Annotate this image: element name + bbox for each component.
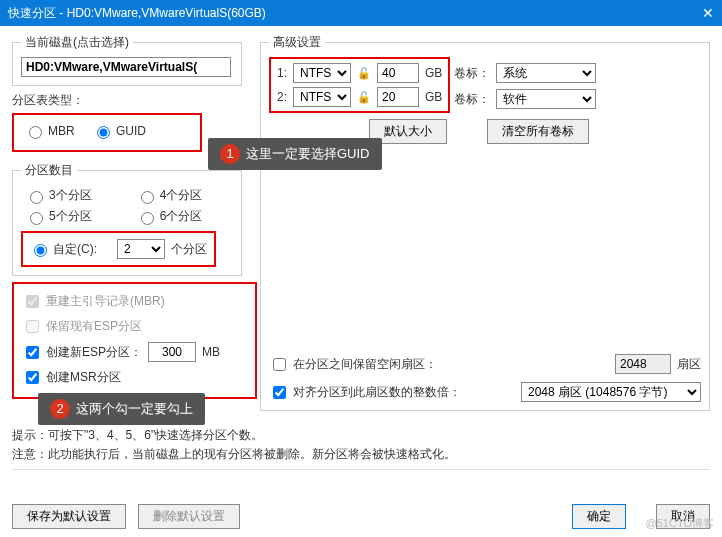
titlebar: 快速分区 - HD0:VMware,VMwareVirtualS(60GB) ✕ (0, 0, 722, 26)
bottom-buttons: 保存为默认设置 删除默认设置 确定 取消 (0, 504, 722, 529)
custom-count-select[interactable]: 2 (117, 239, 165, 259)
row1-vlabel: 卷标： (454, 65, 490, 82)
partition-count-group: 分区数目 3个分区 4个分区 5个分区 6个分区 自定(C): 2 个分区 (12, 162, 242, 276)
row1-vol[interactable]: 系统 (496, 63, 596, 83)
save-default-button[interactable]: 保存为默认设置 (12, 504, 126, 529)
window-title: 快速分区 - HD0:VMware,VMwareVirtualS(60GB) (8, 0, 266, 26)
row2-vlabel: 卷标： (454, 91, 490, 108)
current-disk-group: 当前磁盘(点击选择) (12, 34, 242, 86)
lock-icon[interactable]: 🔓 (357, 91, 371, 104)
tip-line-2: 注意：此功能执行后，当前磁盘上的现有分区将被删除。新分区将会被快速格式化。 (12, 446, 710, 463)
callout-num-2: 2 (50, 399, 70, 419)
advanced-group: 高级设置 1: NTFS 🔓 GB 2: NTFS � (260, 34, 710, 411)
row1-fs[interactable]: NTFS (293, 63, 351, 83)
chk-msr[interactable]: 创建MSR分区 (22, 368, 121, 387)
reserve-unit: 扇区 (677, 356, 701, 373)
radio-3p[interactable]: 3个分区 (25, 187, 92, 204)
row2-idx: 2: (277, 90, 287, 104)
esp-size-input[interactable] (148, 342, 196, 362)
row1-idx: 1: (277, 66, 287, 80)
current-disk-legend: 当前磁盘(点击选择) (21, 34, 133, 51)
callout-num-1: 1 (220, 144, 240, 164)
row1-size[interactable] (377, 63, 419, 83)
lock-icon[interactable]: 🔓 (357, 67, 371, 80)
row1-unit: GB (425, 66, 442, 80)
advanced-legend: 高级设置 (269, 34, 325, 51)
count-legend: 分区数目 (21, 162, 77, 179)
row2-unit: GB (425, 90, 442, 104)
esp-unit: MB (202, 345, 220, 359)
radio-4p[interactable]: 4个分区 (136, 187, 203, 204)
row2-vol[interactable]: 软件 (496, 89, 596, 109)
current-disk-input[interactable] (21, 57, 231, 77)
reserve-input (615, 354, 671, 374)
tip-line-1: 提示：可按下"3、4、5、6"快速选择分区个数。 (12, 427, 710, 444)
custom-count-box: 自定(C): 2 个分区 (21, 231, 216, 267)
radio-custom[interactable]: 自定(C): (29, 241, 97, 258)
options-box: 重建主引导记录(MBR) 保留现有ESP分区 创建新ESP分区： MB 创建MS… (12, 282, 257, 399)
callout-2: 2 这两个勾一定要勾上 (38, 393, 205, 425)
advanced-red-box: 1: NTFS 🔓 GB 2: NTFS 🔓 GB (269, 57, 450, 113)
chk-align[interactable]: 对齐分区到此扇区数的整数倍： (269, 383, 461, 402)
ok-button[interactable]: 确定 (572, 504, 626, 529)
chk-new-esp[interactable]: 创建新ESP分区： (22, 343, 142, 362)
watermark: @51CTO博客 (646, 516, 714, 531)
callout-1: 1 这里一定要选择GUID (208, 138, 382, 170)
custom-count-suffix: 个分区 (171, 241, 207, 258)
row2-fs[interactable]: NTFS (293, 87, 351, 107)
row2-size[interactable] (377, 87, 419, 107)
radio-mbr[interactable]: MBR (24, 123, 75, 139)
align-select[interactable]: 2048 扇区 (1048576 字节) (521, 382, 701, 402)
chk-mbr-rebuild[interactable]: 重建主引导记录(MBR) (22, 292, 165, 311)
close-icon[interactable]: ✕ (702, 0, 714, 26)
radio-guid[interactable]: GUID (92, 123, 146, 139)
chk-reserve[interactable]: 在分区之间保留空闲扇区： (269, 355, 437, 374)
clear-labels-button[interactable]: 清空所有卷标 (487, 119, 589, 144)
table-type-legend: 分区表类型： (12, 92, 242, 109)
delete-default-button[interactable]: 删除默认设置 (138, 504, 240, 529)
radio-5p[interactable]: 5个分区 (25, 208, 92, 225)
table-type-box: MBR GUID (12, 113, 202, 152)
radio-6p[interactable]: 6个分区 (136, 208, 203, 225)
chk-keep-esp[interactable]: 保留现有ESP分区 (22, 317, 142, 336)
